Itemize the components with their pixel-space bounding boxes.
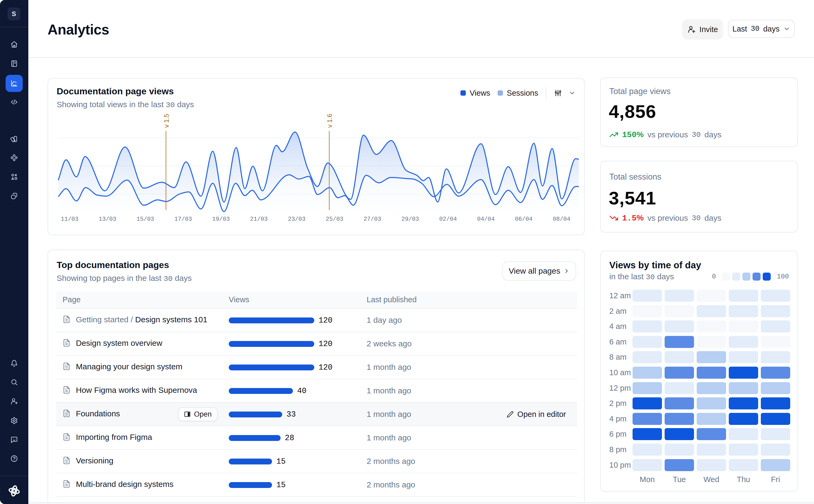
svg-text:04/04: 04/04 — [477, 216, 495, 223]
svg-text:v 1.5: v 1.5 — [163, 114, 170, 128]
svg-text:29/03: 29/03 — [401, 216, 419, 223]
svg-text:02/04: 02/04 — [439, 216, 457, 223]
svg-text:21/03: 21/03 — [250, 216, 268, 223]
svg-text:v 1.6: v 1.6 — [326, 114, 333, 128]
svg-text:15/03: 15/03 — [137, 216, 154, 223]
svg-text:19/03: 19/03 — [212, 216, 230, 223]
svg-text:08/04: 08/04 — [553, 216, 570, 223]
svg-text:23/03: 23/03 — [288, 216, 305, 223]
svg-text:17/03: 17/03 — [174, 216, 192, 223]
svg-text:06/04: 06/04 — [515, 216, 533, 223]
svg-text:11/03: 11/03 — [61, 216, 79, 223]
svg-text:13/03: 13/03 — [99, 216, 116, 223]
svg-text:27/03: 27/03 — [363, 216, 381, 223]
svg-text:25/03: 25/03 — [326, 216, 343, 223]
